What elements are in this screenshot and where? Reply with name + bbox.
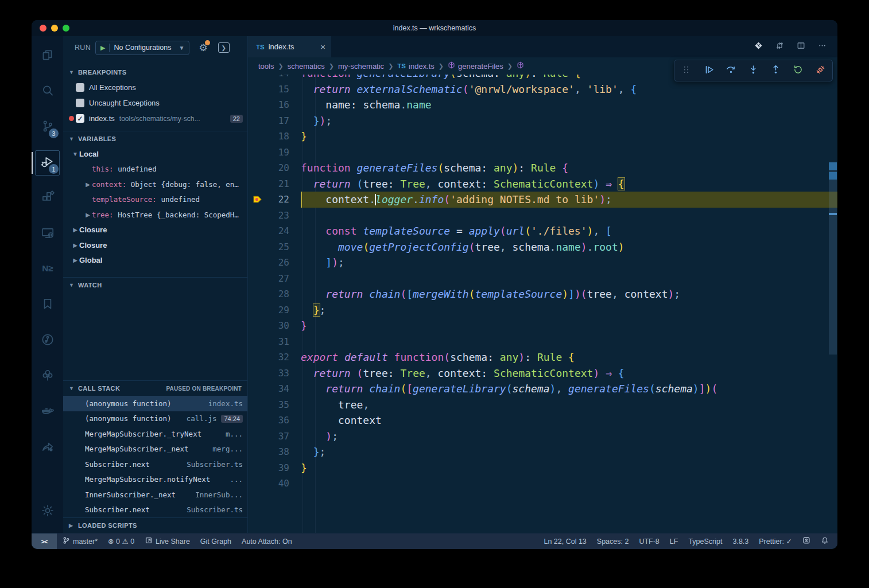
call-stack-frame[interactable]: Subscriber.nextSubscriber.ts: [63, 503, 247, 518]
code-text[interactable]: });: [301, 113, 837, 129]
breadcrumb-item[interactable]: TSindex.ts: [397, 62, 434, 71]
code-line-29[interactable]: 29 };: [248, 302, 837, 318]
line-number[interactable]: 33: [248, 368, 289, 379]
code-text[interactable]: [301, 476, 837, 492]
code-text[interactable]: const templateSource = apply(url('./file…: [301, 223, 837, 239]
variable-row[interactable]: templateSource: undefined: [63, 192, 247, 208]
code-line-20[interactable]: 20function generateFiles(schema: any): R…: [248, 160, 837, 176]
line-number[interactable]: 19: [248, 147, 289, 158]
watch-section-header[interactable]: ▼ WATCH: [63, 277, 247, 293]
code-line-28[interactable]: 28 return chain([mergeWith(templateSourc…: [248, 286, 837, 302]
start-debug-icon[interactable]: ▶: [100, 44, 105, 52]
line-number[interactable]: 36: [248, 415, 289, 426]
call-stack-frame[interactable]: Subscriber.nextSubscriber.ts: [63, 457, 247, 472]
breadcrumb-item[interactable]: [517, 61, 527, 71]
call-stack-frame[interactable]: MergeMapSubscriber.notifyNext...: [63, 472, 247, 488]
compare-changes-icon[interactable]: [775, 41, 785, 53]
call-stack-frame[interactable]: MergeMapSubscriber._tryNextm...: [63, 426, 247, 442]
disconnect-icon[interactable]: [814, 64, 827, 78]
code-line-26[interactable]: 26 ]);: [248, 255, 837, 271]
code-line-34[interactable]: 34 return chain([generateLibrary(schema)…: [248, 381, 837, 397]
code-text[interactable]: [301, 208, 837, 224]
breakpoint-row[interactable]: Uncaught Exceptions: [63, 95, 247, 111]
code-text[interactable]: context: [301, 412, 837, 429]
breakpoint-row[interactable]: All Exceptions: [63, 80, 247, 95]
gutter-line-31[interactable]: 31: [248, 334, 301, 350]
status-item--0-0[interactable]: ⊗ 0 ⚠ 0: [103, 534, 139, 549]
status-item-lf[interactable]: LF: [665, 534, 684, 549]
line-number[interactable]: 14: [248, 75, 289, 79]
line-number[interactable]: 34: [248, 383, 289, 394]
code-text[interactable]: [301, 334, 837, 350]
gutter-line-22[interactable]: 22: [248, 192, 301, 208]
gutter-line-17[interactable]: 17: [248, 113, 301, 129]
breakpoint-checkbox[interactable]: [76, 99, 84, 107]
activity-bar-search[interactable]: [32, 74, 63, 110]
code-text[interactable]: move(getProjectConfig(tree, schema.name)…: [301, 239, 837, 255]
gutter-line-29[interactable]: 29: [248, 302, 301, 318]
close-tab-icon[interactable]: ×: [320, 42, 325, 52]
gutter-line-34[interactable]: 34: [248, 381, 301, 397]
breadcrumb-item[interactable]: schematics: [288, 62, 325, 71]
call-stack-frame[interactable]: MergeMapSubscriber._nextmerg...: [63, 442, 247, 457]
code-text[interactable]: };: [301, 444, 837, 460]
code-line-19[interactable]: 19: [248, 145, 837, 161]
activity-bar-run-debug[interactable]: 1: [32, 145, 63, 181]
code-text[interactable]: }: [301, 460, 837, 476]
step-out-icon[interactable]: [770, 64, 782, 78]
line-number[interactable]: 29: [248, 305, 289, 316]
gutter-line-15[interactable]: 15: [248, 81, 301, 98]
line-number[interactable]: 35: [248, 399, 289, 410]
activity-bar-source-control[interactable]: 3: [32, 110, 63, 145]
activity-bar-remote-explorer[interactable]: [32, 216, 63, 252]
variables-section-header[interactable]: ▼ VARIABLES: [63, 131, 247, 146]
code-line-22[interactable]: 22 context.logger.info('adding NOTES.md …: [248, 192, 837, 208]
activity-bar-share[interactable]: [32, 430, 63, 465]
line-number[interactable]: 15: [248, 84, 289, 95]
activity-bar-bookmarks[interactable]: [32, 287, 63, 323]
call-stack-section-header[interactable]: ▼ CALL STACK PAUSED ON BREAKPOINT: [63, 380, 247, 396]
gutter-line-24[interactable]: 24: [248, 223, 301, 239]
remote-indicator[interactable]: ><: [32, 534, 57, 549]
breakpoint-checkbox[interactable]: [76, 83, 84, 92]
debug-console-button[interactable]: ❯: [218, 42, 230, 53]
activity-bar-docker[interactable]: [32, 394, 63, 430]
variable-row[interactable]: ▶tree: HostTree {_backend: ScopedH…: [63, 207, 247, 223]
code-line-23[interactable]: 23: [248, 208, 837, 224]
gutter-line-18[interactable]: 18: [248, 128, 301, 145]
code-line-37[interactable]: 37 );: [248, 429, 837, 445]
breadcrumb-item[interactable]: generateFiles: [448, 61, 503, 71]
code-text[interactable]: return chain([generateLibrary(schema), g…: [301, 381, 837, 397]
status-item-prettier-[interactable]: Prettier: ✓: [754, 534, 797, 549]
line-number[interactable]: 28: [248, 289, 289, 299]
gutter-line-36[interactable]: 36: [248, 412, 301, 429]
code-text[interactable]: return (tree: Tree, context: SchematicCo…: [301, 365, 837, 381]
code-line-30[interactable]: 30}: [248, 318, 837, 334]
breakpoint-row[interactable]: ✓index.tstools/schematics/my-sch...22: [63, 111, 247, 126]
line-number[interactable]: 32: [248, 352, 289, 363]
activity-bar-test-explorer[interactable]: [32, 359, 63, 394]
line-number[interactable]: 23: [248, 210, 289, 221]
gutter-line-16[interactable]: 16: [248, 97, 301, 113]
code-line-27[interactable]: 27: [248, 271, 837, 287]
code-line-39[interactable]: 39}: [248, 460, 837, 476]
scrollbar-slider[interactable]: [829, 162, 837, 355]
activity-bar-nx-console[interactable]: N≥: [32, 252, 63, 287]
status-item-auto-attach-on[interactable]: Auto Attach: On: [236, 534, 297, 549]
gutter-line-37[interactable]: 37: [248, 429, 301, 445]
code-line-35[interactable]: 35 tree,: [248, 397, 837, 413]
code-line-36[interactable]: 36 context: [248, 412, 837, 429]
gutter-line-19[interactable]: 19: [248, 145, 301, 161]
code-text[interactable]: return chain([mergeWith(templateSource)]…: [301, 286, 837, 302]
gutter-line-32[interactable]: 32: [248, 349, 301, 365]
code-line-38[interactable]: 38 };: [248, 444, 837, 460]
code-line-40[interactable]: 40: [248, 476, 837, 492]
line-number[interactable]: 26: [248, 257, 289, 268]
code-text[interactable]: [301, 271, 837, 287]
status-item-git-graph[interactable]: Git Graph: [195, 534, 236, 549]
gutter-line-28[interactable]: 28: [248, 286, 301, 302]
call-stack-frame[interactable]: (anonymous function)call.js74:24: [63, 411, 247, 427]
code-text[interactable]: return (tree: Tree, context: SchematicCo…: [301, 176, 837, 192]
line-number[interactable]: 24: [248, 225, 289, 236]
status-item-feedback-icon[interactable]: [797, 534, 816, 549]
